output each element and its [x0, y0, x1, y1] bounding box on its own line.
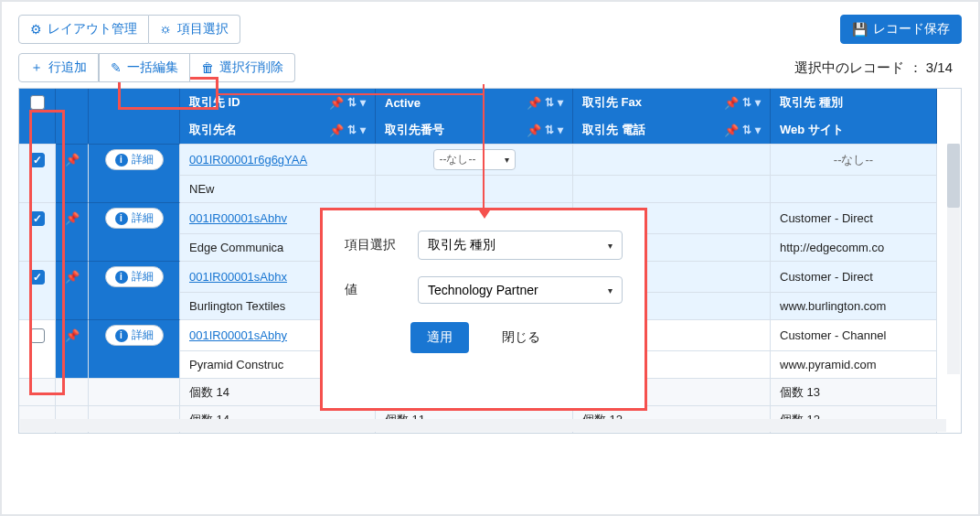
bulk-edit-button[interactable]: ✎ 一括編集	[99, 53, 190, 82]
header-active-controls[interactable]: 📌 ⇅ ▾	[527, 96, 563, 110]
summary-chk	[19, 378, 56, 405]
scrollbar-vertical-thumb[interactable]	[947, 144, 960, 208]
header-fax-controls[interactable]: 📌 ⇅ ▾	[724, 96, 761, 110]
cell-number[interactable]	[376, 175, 573, 202]
header-name-controls[interactable]: 📌 ⇅ ▾	[329, 124, 366, 137]
row-detail-cell-b	[89, 350, 180, 378]
table-header-row-2: 取引先名 📌 ⇅ ▾ 取引先番号 📌 ⇅ ▾ 取引先 電話 📌	[19, 116, 961, 144]
header-phone-controls[interactable]: 📌 ⇅ ▾	[724, 124, 761, 137]
bulk-edit-dialog: 項目選択 取引先 種別 ▾ 値 Technology Partner ▾ 適用 …	[320, 208, 647, 411]
detail-button[interactable]: i詳細	[105, 208, 164, 229]
detail-button-label: 詳細	[132, 152, 154, 167]
row-checkbox-cell-b	[19, 292, 56, 319]
cell-web[interactable]: http://edgecomm.co	[771, 233, 937, 261]
bulk-edit-label: 一括編集	[127, 59, 178, 76]
row-pin-cell[interactable]: 📌	[56, 202, 89, 233]
header-type[interactable]: 取引先 種別	[771, 89, 937, 116]
cell-type[interactable]: Customer - Direct	[771, 261, 937, 292]
detail-button[interactable]: i詳細	[105, 149, 164, 170]
header-number-controls[interactable]: 📌 ⇅ ▾	[527, 124, 563, 137]
filter-icon: ▾	[360, 96, 366, 109]
cell-type[interactable]: Customer - Channel	[771, 319, 937, 350]
row-checkbox-cell-b	[19, 175, 56, 202]
cell-type[interactable]: --なし--	[771, 144, 937, 175]
dialog-apply-button[interactable]: 適用	[410, 322, 469, 353]
item-select-label: 項目選択	[177, 21, 229, 38]
row-detail-cell-b	[89, 175, 180, 202]
header-type-label: 取引先 種別	[780, 94, 843, 111]
chevron-down-icon: ▾	[608, 285, 612, 296]
filter-icon: ▾	[558, 124, 563, 136]
header-web[interactable]: Web サイト	[771, 116, 937, 144]
filter-icon: ▾	[755, 124, 761, 136]
detail-button[interactable]: i詳細	[105, 266, 164, 287]
cell-fax[interactable]	[573, 144, 771, 175]
scrollbar-horizontal[interactable]	[20, 419, 946, 432]
save-icon: 💾	[852, 22, 868, 37]
cell-phone[interactable]	[573, 175, 771, 202]
row-detail-cell: i詳細	[89, 144, 180, 175]
header-id-label: 取引先 ID	[189, 94, 240, 111]
detail-button-label: 詳細	[132, 210, 154, 226]
row-checkbox[interactable]	[30, 211, 45, 226]
row-pin-cell[interactable]: 📌	[56, 319, 89, 350]
toolbar-group-layout: ⚙ レイアウト管理 ⛭ 項目選択	[18, 15, 240, 44]
layout-manage-button[interactable]: ⚙ レイアウト管理	[18, 15, 149, 44]
active-select[interactable]: --なし--▾	[433, 149, 516, 170]
dialog-value-value: Technology Partner	[428, 283, 538, 297]
pin-icon: 📌	[527, 124, 541, 137]
row-checkbox[interactable]	[30, 328, 45, 343]
cell-web[interactable]: www.pyramid.com	[771, 350, 937, 378]
cell-active[interactable]: --なし--▾	[376, 144, 573, 175]
row-detail-cell-b	[89, 292, 180, 319]
dialog-value-label: 値	[345, 282, 405, 298]
record-save-button[interactable]: 💾 レコード保存	[840, 15, 962, 44]
info-icon: i	[115, 271, 128, 284]
select-all-checkbox[interactable]	[30, 95, 45, 110]
header-active-label: Active	[385, 96, 421, 110]
cell-web[interactable]	[771, 175, 937, 202]
cell-type[interactable]: Customer - Direct	[771, 202, 937, 233]
header-phone[interactable]: 取引先 電話 📌 ⇅ ▾	[573, 116, 771, 144]
layout-manage-label: レイアウト管理	[48, 21, 137, 38]
dialog-value-select[interactable]: Technology Partner ▾	[418, 276, 623, 304]
pin-icon: 📌	[329, 96, 344, 110]
row-pin-cell[interactable]: 📌	[56, 144, 89, 175]
dialog-field-label: 項目選択	[345, 237, 405, 253]
header-checkbox-cell-2	[19, 116, 56, 144]
cell-web[interactable]: www.burlington.com	[771, 292, 937, 319]
row-checkbox[interactable]	[30, 270, 45, 285]
header-id-controls[interactable]: 📌 ⇅ ▾	[329, 96, 366, 110]
header-checkbox-cell	[19, 89, 56, 116]
row-pin-cell-b	[56, 175, 89, 202]
cell-account-name[interactable]: NEw	[180, 175, 376, 202]
row-checkbox-cell	[19, 261, 56, 292]
filter-icon: ▾	[558, 96, 563, 109]
delete-selected-label: 選択行削除	[219, 59, 283, 76]
row-checkbox[interactable]	[30, 153, 45, 167]
row-pin-cell[interactable]: 📌	[56, 261, 89, 292]
header-number[interactable]: 取引先番号 📌 ⇅ ▾	[376, 116, 573, 144]
header-fax[interactable]: 取引先 Fax 📌 ⇅ ▾	[573, 89, 771, 116]
dialog-field-select[interactable]: 取引先 種別 ▾	[418, 231, 623, 260]
header-name-label: 取引先名	[189, 122, 237, 138]
add-row-button[interactable]: ＋ 行追加	[18, 53, 99, 82]
header-web-label: Web サイト	[780, 122, 844, 138]
delete-selected-button[interactable]: 🗑 選択行削除	[190, 53, 295, 82]
pin-icon: 📌	[724, 96, 739, 110]
row-pin-cell-b	[56, 292, 89, 319]
chevron-down-icon: ▾	[608, 241, 612, 251]
dialog-value-row: 値 Technology Partner ▾	[345, 276, 623, 304]
header-pin-cell	[56, 89, 89, 116]
header-detail-cell-2	[89, 116, 180, 144]
cell-account-id[interactable]: 001IR00001r6g6gYAA	[180, 144, 376, 175]
detail-button[interactable]: i詳細	[105, 325, 164, 346]
selected-count-prefix: 選択中のレコード ：	[794, 59, 921, 75]
add-row-label: 行追加	[48, 59, 87, 76]
dialog-close-button[interactable]: 閉じる	[485, 322, 557, 353]
detail-button-label: 詳細	[132, 269, 154, 285]
row-checkbox-cell-b	[19, 233, 56, 261]
toolbar-row-edit: ＋ 行追加 ✎ 一括編集 🗑 選択行削除 選択中のレコード ： 3/14	[18, 53, 962, 82]
item-select-button[interactable]: ⛭ 項目選択	[149, 15, 240, 44]
header-name[interactable]: 取引先名 📌 ⇅ ▾	[180, 116, 376, 144]
